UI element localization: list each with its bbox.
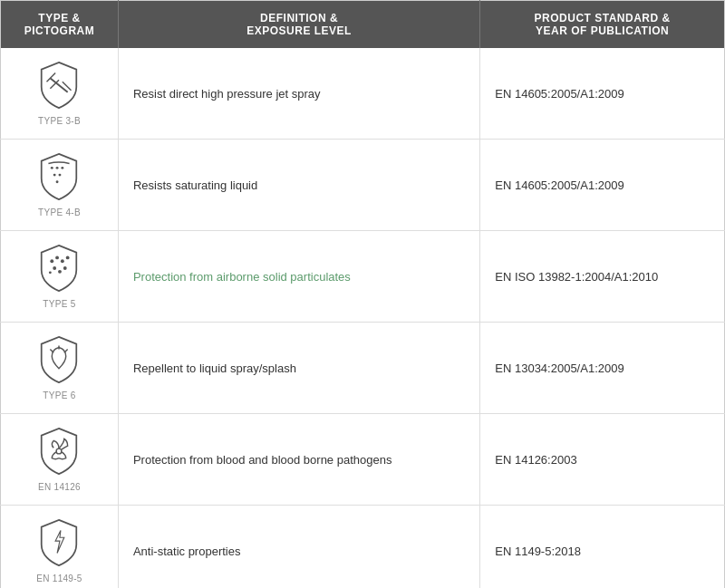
svg-point-15 <box>59 270 63 274</box>
type-label: EN 14126 <box>38 482 81 492</box>
table-row: EN 14126 Protection from blood and blood… <box>1 414 725 506</box>
standard-cell: EN 13034:2005/A1:2009 <box>480 323 725 414</box>
svg-point-13 <box>66 256 70 260</box>
table-row: TYPE 4-B Resists saturating liquidEN 146… <box>1 140 725 231</box>
spray-splash-icon <box>37 335 81 387</box>
svg-point-16 <box>63 266 67 270</box>
standard-text: EN 14126:2003 <box>495 453 576 467</box>
table-row: TYPE 3-B Resist direct high pressure jet… <box>1 48 725 140</box>
type-label: TYPE 3-B <box>38 116 81 126</box>
definition-cell: Protection from airborne solid particula… <box>118 231 479 323</box>
pictogram-wrap: EN 14126 <box>15 427 103 492</box>
table-row: EN 1149-5 Anti-static propertiesEN 1149-… <box>1 506 725 589</box>
definition-cell: Anti-static properties <box>118 506 479 589</box>
svg-point-5 <box>56 167 59 169</box>
biohazard-icon <box>37 427 81 478</box>
svg-point-8 <box>59 174 62 177</box>
type-cell: TYPE 4-B <box>1 140 119 231</box>
saturating-icon <box>37 152 81 204</box>
type-label: TYPE 4-B <box>38 207 81 217</box>
pictogram-wrap: TYPE 3-B <box>15 61 103 126</box>
pictogram-wrap: TYPE 5 <box>15 244 103 309</box>
type-cell: EN 1149-5 <box>1 506 119 589</box>
definition-text: Resist direct high pressure jet spray <box>133 87 321 101</box>
svg-point-17 <box>49 271 52 274</box>
definition-text: Resists saturating liquid <box>133 178 257 192</box>
jet-spray-icon <box>37 61 81 112</box>
standard-cell: EN 1149-5:2018 <box>480 506 725 589</box>
svg-point-7 <box>53 174 56 177</box>
header-standard: PRODUCT STANDARD &YEAR OF PUBLICATION <box>480 1 725 49</box>
definition-cell: Protection from blood and blood borne pa… <box>118 414 479 506</box>
svg-point-12 <box>61 259 64 263</box>
particulates-icon <box>37 244 81 295</box>
standard-cell: EN ISO 13982-1:2004/A1:2010 <box>480 231 725 323</box>
pictogram-wrap: TYPE 4-B <box>15 152 103 217</box>
definition-text: Protection from blood and blood borne pa… <box>133 453 392 467</box>
table-row: TYPE 5 Protection from airborne solid pa… <box>1 231 725 323</box>
svg-point-14 <box>53 266 57 270</box>
definition-cell: Resists saturating liquid <box>118 140 479 231</box>
antistatic-icon <box>37 518 81 570</box>
definition-cell: Repellent to liquid spray/splash <box>118 323 479 414</box>
svg-point-11 <box>56 256 60 260</box>
definition-text: Protection from airborne solid particula… <box>133 270 351 284</box>
svg-point-10 <box>51 259 54 263</box>
table-row: TYPE 6 Repellent to liquid spray/splashE… <box>1 323 725 414</box>
header-definition: DEFINITION &EXPOSURE LEVEL <box>118 1 479 49</box>
type-label: EN 1149-5 <box>36 574 82 583</box>
type-label: TYPE 5 <box>43 299 75 309</box>
svg-point-6 <box>62 167 64 169</box>
header-type: TYPE &PICTOGRAM <box>1 1 119 49</box>
svg-point-18 <box>57 448 63 454</box>
pictogram-wrap: EN 1149-5 <box>15 518 103 583</box>
standard-cell: EN 14605:2005/A1:2009 <box>480 48 725 140</box>
standard-text: EN 14605:2005/A1:2009 <box>495 178 624 192</box>
type-cell: EN 14126 <box>1 414 119 506</box>
standard-text: EN 14605:2005/A1:2009 <box>495 87 624 101</box>
standard-text: EN 1149-5:2018 <box>495 545 581 558</box>
type-cell: TYPE 5 <box>1 231 119 323</box>
definition-text: Repellent to liquid spray/splash <box>133 361 296 375</box>
standard-text: EN 13034:2005/A1:2009 <box>495 361 624 375</box>
svg-point-9 <box>56 180 59 183</box>
pictogram-wrap: TYPE 6 <box>15 335 103 400</box>
type-cell: TYPE 3-B <box>1 48 119 140</box>
type-cell: TYPE 6 <box>1 323 119 414</box>
standard-text: EN ISO 13982-1:2004/A1:2010 <box>495 270 658 284</box>
definition-cell: Resist direct high pressure jet spray <box>118 48 479 140</box>
standard-cell: EN 14126:2003 <box>480 414 725 506</box>
type-label: TYPE 6 <box>43 390 75 400</box>
protection-table: TYPE &PICTOGRAM DEFINITION &EXPOSURE LEV… <box>0 0 725 588</box>
svg-point-4 <box>51 167 53 169</box>
definition-text: Anti-static properties <box>133 545 241 558</box>
standard-cell: EN 14605:2005/A1:2009 <box>480 140 725 231</box>
